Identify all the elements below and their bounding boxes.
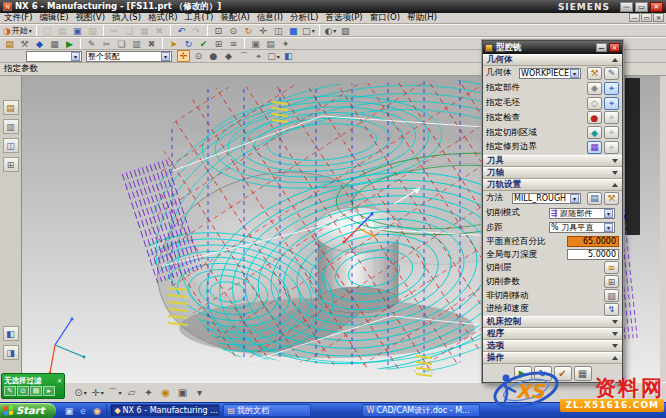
chevron-down-icon[interactable]: ▾ [161,52,170,61]
collapse-arrow-icon[interactable] [612,183,618,187]
display-blank-icon[interactable]: ⌖ [604,97,619,110]
list-toolpath-icon[interactable]: ≡ [227,38,240,50]
start-application-icon[interactable]: ◑开始▾ [3,25,32,37]
dialog-close-button[interactable]: ✕ [609,43,620,52]
more-options-icon[interactable]: ▾ [192,385,207,400]
roles-palette-icon[interactable]: ◧ [3,326,19,341]
menu-item[interactable]: 窗口(O) [370,12,400,22]
dialog-title-bar[interactable]: 型腔铣 — ✕ [483,41,622,54]
menu-item[interactable]: 格式(R) [148,12,178,22]
generate-toolpath-icon[interactable]: ➤ [167,38,180,50]
machine-simulation-icon[interactable]: ▣ [249,38,262,50]
create-geometry-icon[interactable]: ◆ [33,38,46,50]
media-player-icon[interactable]: ◉ [90,404,103,417]
wireframe-view-icon[interactable]: □▾ [302,25,315,37]
expand-arrow-icon[interactable] [612,171,618,175]
depth-per-cut-input[interactable] [567,249,619,260]
capture-tool-panel[interactable]: 无选择过滤 ✕ ✎⊙▤▸ [1,373,65,399]
copy-icon[interactable]: ❏ [123,25,136,37]
avatar-tool-icon[interactable]: ✦ [141,385,156,400]
menu-item[interactable]: 装配(A) [220,12,249,22]
create-operation-icon[interactable]: ▶ [63,38,76,50]
copy-object-icon[interactable]: ❏ [115,38,128,50]
mdi-restore-button[interactable]: ▭ [641,13,652,22]
chevron-down-icon[interactable]: ▾ [71,52,80,61]
snap-midpoint-icon[interactable]: ● [207,50,220,62]
cut-icon[interactable]: ✂ [108,25,121,37]
pan-view-icon[interactable]: ✛ [257,25,270,37]
layer-settings-icon[interactable]: ▧ [339,25,352,37]
display-trim-boundary-icon[interactable]: ⌖ [604,141,619,154]
capture-play-icon[interactable]: ▸ [43,386,55,396]
rotate-view-icon[interactable]: ↻ [242,25,255,37]
paste-object-icon[interactable]: ▥ [130,38,143,50]
select-check-icon[interactable]: ● [587,111,602,124]
mdi-close-button[interactable]: ✕ [653,13,664,22]
replay-toolpath-icon[interactable]: ↻ [182,38,195,50]
mdi-minimize-button[interactable]: — [629,13,640,22]
menu-item[interactable]: 工具(T) [185,12,214,22]
render-box-icon[interactable]: ▣ [175,385,190,400]
method-combo[interactable]: MILL_ROUGH ▾ [512,193,581,204]
section-program[interactable]: 程序 [483,328,622,340]
section-tool[interactable]: 刀具 [483,155,622,167]
capture-grid-icon[interactable]: ▤ [30,386,42,396]
snap-endpoint-icon[interactable]: ⊙ [192,50,205,62]
chevron-down-icon[interactable]: ▾ [604,223,613,232]
expand-arrow-icon[interactable] [612,159,618,163]
new-geometry-icon[interactable]: ⚒ [587,67,602,80]
display-cut-area-icon[interactable]: ⌖ [604,126,619,139]
section-machine-control[interactable]: 机床控制 [483,316,622,328]
percent-flat-input[interactable] [567,236,619,247]
taskbar-task-word[interactable]: W CAD/CAM设计.doc - M... [362,404,480,417]
snap-arc-center-icon[interactable]: ⌒ [237,50,250,62]
menu-item[interactable]: 视图(V) [76,12,105,22]
save-file-icon[interactable]: ▣ [71,25,84,37]
save-as-icon[interactable]: ▥ [86,25,99,37]
edit-object-icon[interactable]: ✎ [85,38,98,50]
capture-magnifier-icon[interactable]: ⊙ [17,386,29,396]
taskbar-task-documents[interactable]: ▤ 我的文档 [223,404,311,417]
expand-arrow-icon[interactable] [612,320,618,324]
display-part-icon[interactable]: ⌖ [604,82,619,95]
capture-pen-icon[interactable]: ✎ [4,386,16,396]
internet-explorer-icon[interactable]: e [76,404,89,417]
measure-tool-icon[interactable]: ⌒▾ [107,385,122,400]
cut-pattern-combo[interactable]: ⇶ 跟随部件 ▾ [549,208,615,219]
select-blank-icon[interactable]: ◇ [587,97,602,110]
geometry-combo[interactable]: WORKPIECE ▾ [519,68,581,79]
menu-item[interactable]: 首选项(P) [325,12,362,22]
minimize-button[interactable]: — [620,2,633,12]
orient-view-icon[interactable]: ◐▾ [324,25,337,37]
non-cutting-moves-icon[interactable]: ▨ [604,289,619,302]
open-file-icon[interactable]: ▤ [56,25,69,37]
shop-documentation-icon[interactable]: ▤ [264,38,277,50]
menu-item[interactable]: 帮助(H) [407,12,437,22]
feeds-and-speeds-icon[interactable]: ↯ [604,303,619,316]
section-geometry[interactable]: 几何体 [483,54,622,66]
expand-arrow-icon[interactable] [612,332,618,336]
menu-item[interactable]: 文件(F) [4,12,33,22]
cutting-parameters-icon[interactable]: ⊞ [604,275,619,288]
create-tool-icon[interactable]: ⚒ [18,38,31,50]
material-ball-icon[interactable]: ◉ [158,385,173,400]
display-check-icon[interactable]: ⌖ [604,111,619,124]
selection-scope-combo[interactable]: 整个装配 ▾ [86,51,172,62]
postprocess-icon[interactable]: ⊞ [212,38,225,50]
create-method-icon[interactable]: ▦ [48,38,61,50]
stepover-combo[interactable]: % 刀具平直 ▾ [549,222,615,233]
new-method-icon[interactable]: ▤ [587,192,602,205]
history-palette-icon[interactable]: ◨ [3,345,19,360]
snap-settings-icon[interactable]: ◧ [282,50,295,62]
show-desktop-icon[interactable]: ▣ [62,404,75,417]
collapse-arrow-icon[interactable] [612,356,618,360]
verify-toolpath-icon[interactable]: ✔ [197,38,210,50]
create-program-icon[interactable]: ▤ [3,38,16,50]
chevron-down-icon[interactable]: ▾ [604,209,613,218]
type-filter-combo[interactable]: ▾ [26,51,82,62]
chevron-down-icon[interactable]: ▾ [570,194,579,203]
chevron-down-icon[interactable]: ▾ [570,69,579,78]
snap-face-icon[interactable]: ▢▾ [267,50,280,62]
menu-item[interactable]: 编辑(E) [40,12,69,22]
zoom-view-icon[interactable]: ⊙ [227,25,240,37]
